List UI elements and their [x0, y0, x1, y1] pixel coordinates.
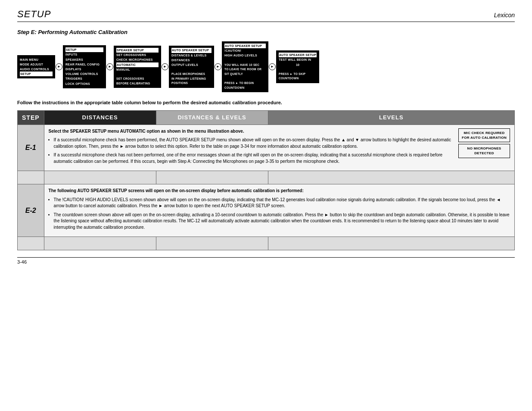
mic-check-box: MIC CHECK REQUIREDFOR AUTO CALIBRATION	[458, 128, 510, 142]
step-label-e1: E-1	[18, 125, 44, 171]
arrow-2: ►	[106, 63, 114, 71]
e1-bullet-1: If a successful microphone check has bee…	[54, 137, 455, 149]
page-header: SETUP Lexicon	[17, 9, 515, 22]
no-mic-box: NO MICROPHONESDETECTED	[458, 144, 510, 158]
spacer-row-2	[18, 237, 515, 250]
e1-bold-text: Select the SPEAKER SETUP menu AUTOMATIC …	[49, 128, 455, 135]
step-label-e2: E-2	[18, 184, 44, 237]
e2-bullet-list: The !CAUTION! HIGH AUDIO LEVELS screen s…	[49, 197, 510, 231]
section-title: Step E: Performing Automatic Calibration	[17, 29, 515, 35]
page-title: SETUP	[17, 9, 51, 20]
menu-box-4: AUTO SPEAKER SETUP DISTANCES & LEVELS DI…	[169, 46, 214, 87]
menu-flow-diagram: MAIN MENU MODE ADJUST AUDIO CONTROLS SET…	[17, 41, 515, 92]
brand-label: Lexicon	[494, 12, 515, 19]
arrow-5: ►	[268, 63, 276, 71]
instruction-text: Follow the instructions in the appropria…	[17, 100, 515, 105]
menu-box-5: AUTO SPEAKER SETUP !CAUTION! HIGH AUDIO …	[222, 41, 268, 92]
page-number: 3-46	[17, 259, 27, 265]
content-cell-e2: The following AUTO SPEAKER SETUP screens…	[44, 184, 514, 237]
main-table: STEP DISTANCES DISTANCES & LEVELS LEVELS…	[17, 110, 515, 251]
spacer-row-1	[18, 171, 515, 184]
e2-bold-text: The following AUTO SPEAKER SETUP screens…	[49, 188, 510, 194]
e2-bullet-2: The countdown screen shown above will op…	[54, 212, 510, 231]
e2-bullet-1: The !CAUTION! HIGH AUDIO LEVELS screen s…	[54, 197, 510, 209]
cell-text-e1: Select the SPEAKER SETUP menu AUTOMATIC …	[49, 128, 455, 168]
menu-box-1: MAIN MENU MODE ADJUST AUDIO CONTROLS SET…	[17, 55, 55, 79]
header-step: STEP	[18, 110, 44, 125]
e1-bullet-list: If a successful microphone check has bee…	[49, 137, 455, 165]
arrow-4: ►	[214, 63, 222, 71]
table-row-e1: E-1 Select the SPEAKER SETUP menu AUTOMA…	[18, 125, 515, 171]
table-row-e2: E-2 The following AUTO SPEAKER SETUP scr…	[18, 184, 515, 237]
arrow-1: ►	[55, 63, 63, 71]
e1-bullet-2: If a successful microphone check has not…	[54, 152, 455, 165]
menu-box-6: AUTO SPEAKER SETUP TEST WILL BEGIN IN 10…	[276, 50, 319, 83]
e1-side-boxes: MIC CHECK REQUIREDFOR AUTO CALIBRATION N…	[458, 128, 510, 168]
header-dist-levels: DISTANCES & LEVELS	[156, 110, 268, 125]
cell-text-e2: The following AUTO SPEAKER SETUP screens…	[49, 188, 510, 230]
page-footer: 3-46	[17, 257, 515, 265]
menu-box-2: SETUP INPUTS SPEAKERS REAR PANEL CONFIG …	[63, 45, 106, 88]
menu-box-3: SPEAKER SETUP SET CROSSOVERS CHECK MICRO…	[114, 46, 161, 88]
arrow-3: ►	[161, 63, 169, 71]
header-distances: DISTANCES	[44, 110, 156, 125]
header-levels: LEVELS	[268, 110, 514, 125]
content-cell-e1: Select the SPEAKER SETUP menu AUTOMATIC …	[44, 125, 514, 171]
